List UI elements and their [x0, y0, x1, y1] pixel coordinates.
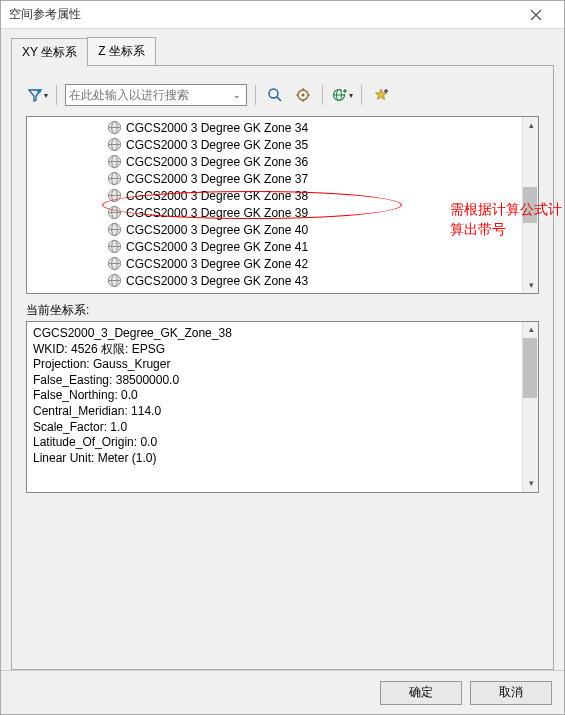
scroll-thumb[interactable]: [523, 187, 537, 223]
list-item[interactable]: CGCS2000 3 Degree GK Zone 37: [27, 170, 538, 187]
list-item[interactable]: CGCS2000 3 Degree GK Zone 42: [27, 255, 538, 272]
list-item-label: CGCS2000 3 Degree GK Zone 41: [126, 240, 308, 254]
search-input[interactable]: [69, 88, 231, 102]
globe-plus-icon: [332, 87, 348, 103]
target-icon: [295, 87, 311, 103]
globe-icon: [107, 171, 122, 186]
tab-xy[interactable]: XY 坐标系: [11, 38, 88, 66]
filter-button[interactable]: ▾: [26, 84, 48, 106]
globe-icon: [107, 205, 122, 220]
star-plus-icon: [373, 87, 389, 103]
svg-point-6: [302, 94, 305, 97]
detail-line: Latitude_Of_Origin: 0.0: [33, 435, 532, 451]
scroll-up-icon[interactable]: ▴: [523, 117, 539, 133]
footer: 确定 取消: [1, 670, 564, 714]
titlebar: 空间参考属性: [1, 1, 564, 29]
svg-line-4: [277, 97, 281, 101]
detail-line: Projection: Gauss_Kruger: [33, 357, 532, 373]
globe-add-button[interactable]: ▾: [331, 84, 353, 106]
close-icon: [530, 9, 542, 21]
list-item-label: CGCS2000 3 Degree GK Zone 34: [126, 121, 308, 135]
detail-line: Central_Meridian: 114.0: [33, 404, 532, 420]
list-item[interactable]: CGCS2000 3 Degree GK Zone 38: [27, 187, 538, 204]
chevron-down-icon: ▾: [349, 91, 353, 100]
scroll-down-icon[interactable]: ▾: [523, 277, 539, 293]
list-item[interactable]: CGCS2000 3 Degree GK Zone 43: [27, 272, 538, 289]
search-combo[interactable]: ⌄: [65, 84, 247, 106]
crs-list[interactable]: CGCS2000 3 Degree GK Zone 34 CGCS2000 3 …: [26, 116, 539, 294]
funnel-icon: [27, 87, 43, 103]
close-button[interactable]: [516, 2, 556, 28]
list-item-label: CGCS2000 3 Degree GK Zone 35: [126, 138, 308, 152]
globe-icon: [107, 273, 122, 288]
scroll-thumb[interactable]: [523, 338, 537, 398]
list-item-label: CGCS2000 3 Degree GK Zone 36: [126, 155, 308, 169]
chevron-down-icon[interactable]: ⌄: [231, 90, 243, 100]
list-item-label: CGCS2000 3 Degree GK Zone 43: [126, 274, 308, 288]
scrollbar[interactable]: ▴ ▾: [522, 322, 538, 492]
window-title: 空间参考属性: [9, 6, 516, 23]
ok-button[interactable]: 确定: [380, 681, 462, 705]
list-item[interactable]: CGCS2000 3 Degree GK Zone 35: [27, 136, 538, 153]
globe-icon: [107, 154, 122, 169]
list-item[interactable]: CGCS2000 3 Degree GK Zone 36: [27, 153, 538, 170]
search-icon: [267, 87, 283, 103]
separator: [56, 85, 57, 105]
search-button[interactable]: [264, 84, 286, 106]
tab-bar: XY 坐标系 Z 坐标系: [11, 37, 554, 66]
detail-line: Scale_Factor: 1.0: [33, 420, 532, 436]
separator: [361, 85, 362, 105]
list-item[interactable]: CGCS2000 3 Degree GK Zone 34: [27, 119, 538, 136]
locate-button[interactable]: [292, 84, 314, 106]
globe-icon: [107, 188, 122, 203]
separator: [255, 85, 256, 105]
svg-point-3: [269, 89, 278, 98]
detail-line: WKID: 4526 权限: EPSG: [33, 342, 532, 358]
globe-icon: [107, 256, 122, 271]
detail-line: False_Easting: 38500000.0: [33, 373, 532, 389]
list-item-label: CGCS2000 3 Degree GK Zone 37: [126, 172, 308, 186]
list-item-label: CGCS2000 3 Degree GK Zone 42: [126, 257, 308, 271]
list-item[interactable]: CGCS2000 3 Degree GK Zone 39: [27, 204, 538, 221]
scrollbar[interactable]: ▴ ▾: [522, 117, 538, 293]
tab-z[interactable]: Z 坐标系: [87, 37, 156, 65]
favorite-button[interactable]: [370, 84, 392, 106]
list-item[interactable]: CGCS2000 3 Degree GK Zone 40: [27, 221, 538, 238]
globe-icon: [107, 222, 122, 237]
list-item-label: CGCS2000 3 Degree GK Zone 39: [126, 206, 308, 220]
scroll-down-icon[interactable]: ▾: [523, 476, 539, 492]
chevron-down-icon: ▾: [44, 91, 48, 100]
scroll-up-icon[interactable]: ▴: [523, 322, 539, 338]
separator: [322, 85, 323, 105]
list-item[interactable]: CGCS2000 3 Degree GK Zone 41: [27, 238, 538, 255]
current-crs-label: 当前坐标系:: [26, 302, 539, 319]
list-item-label: CGCS2000 3 Degree GK Zone 38: [126, 189, 308, 203]
list-item-label: CGCS2000 3 Degree GK Zone 40: [126, 223, 308, 237]
cancel-button[interactable]: 取消: [470, 681, 552, 705]
crs-details: CGCS2000_3_Degree_GK_Zone_38 WKID: 4526 …: [26, 321, 539, 493]
detail-line: CGCS2000_3_Degree_GK_Zone_38: [33, 326, 532, 342]
globe-icon: [107, 137, 122, 152]
svg-point-2: [37, 89, 41, 93]
toolbar: ▾ ⌄ ▾: [26, 84, 539, 106]
globe-icon: [107, 239, 122, 254]
detail-line: False_Northing: 0.0: [33, 388, 532, 404]
detail-line: Linear Unit: Meter (1.0): [33, 451, 532, 467]
globe-icon: [107, 120, 122, 135]
